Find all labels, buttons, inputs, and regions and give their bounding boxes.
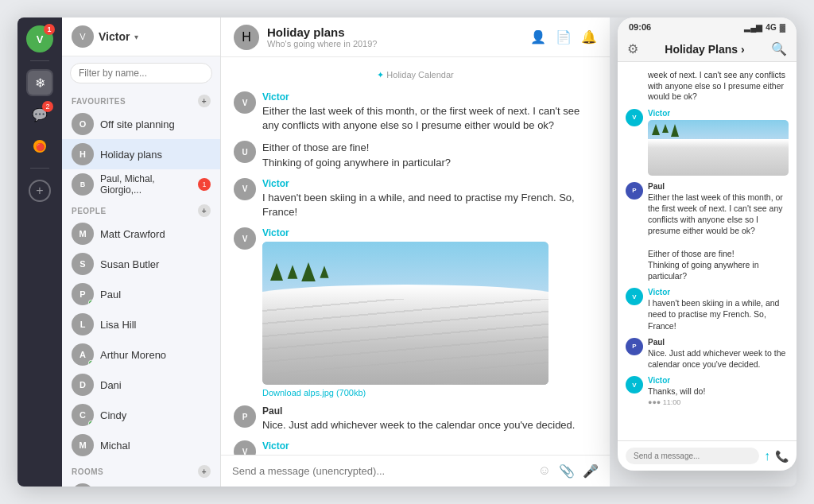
mobile-search-icon[interactable]: 🔍 (771, 41, 787, 56)
team-icon[interactable]: 🔴 (26, 133, 53, 160)
rooms-section-header: Rooms + (62, 460, 220, 479)
chat-item-paul[interactable]: P Paul (62, 279, 220, 309)
system-message: ✦ Holiday Calendar (234, 67, 597, 83)
chat-item-dani[interactable]: D Dani (62, 370, 220, 400)
chat-list-header: V Victor ▾ (62, 17, 220, 56)
mobile-message-content: Victor (648, 109, 789, 176)
mobile-mockup: 09:06 ▂▄▆ 4G ▓ ⚙ Holiday Plans › 🔍 week … (618, 17, 797, 471)
user-header-avatar: V (72, 25, 94, 48)
settings-icon[interactable]: ⚙ (627, 41, 638, 56)
chat-item-matt[interactable]: M Matt Crawford (62, 219, 220, 249)
message-content: Victor Thanks, will do! (262, 440, 597, 455)
chat-avatar: O (72, 113, 94, 135)
icon-rail: V 1 ❄ 💬 2 🔴 + (17, 17, 62, 487)
chevron-down-icon[interactable]: ▾ (134, 33, 138, 41)
mobile-header: ⚙ Holiday Plans › 🔍 (618, 37, 797, 62)
message-group: P Paul Nice. Just add whichever week to … (234, 405, 597, 432)
add-room-button[interactable]: + (198, 465, 211, 478)
mobile-text: Nice. Just add whichever week to the cal… (648, 347, 789, 370)
add-favourite-button[interactable]: + (198, 95, 211, 107)
user-avatar[interactable]: V 1 (26, 25, 53, 52)
partial-message: week of next. I can't see any conflicts … (626, 70, 789, 103)
chat-item-susan[interactable]: S Susan Butler (62, 249, 220, 279)
chat-item-lisa[interactable]: L Lisa Hill (62, 309, 220, 339)
mobile-message: P Paul Either the last week of this mont… (626, 182, 789, 281)
message-content: Victor Either the last week of this mont… (262, 91, 597, 133)
message-avatar: U (234, 141, 256, 163)
home-icon[interactable]: ❄ (26, 69, 53, 96)
file-icon[interactable]: 📄 (556, 29, 572, 45)
message-content: Paul Nice. Just add whichever week to th… (262, 405, 597, 432)
add-person-button[interactable]: + (198, 204, 211, 217)
attachment-icon[interactable]: 📎 (559, 463, 575, 479)
battery-icon: ▓ (780, 23, 785, 32)
mobile-message-content: Victor Thanks, will do! ●●● 11:00 (648, 376, 789, 406)
user-header-name: Victor (99, 30, 130, 43)
chat-item-cindy[interactable]: C Cindy (62, 400, 220, 430)
chat-name: Holiday plans (100, 149, 211, 161)
add-workspace-button[interactable]: + (29, 180, 51, 202)
chat-header-title: Holiday plans (267, 25, 377, 39)
emoji-icon[interactable]: ☺ (538, 463, 551, 479)
chat-name: Matt Crawford (100, 228, 211, 240)
mobile-avatar: P (626, 338, 643, 355)
mobile-sender: Paul (648, 338, 789, 347)
chat-item-dog-walkers[interactable]: D Dog walkers (62, 479, 220, 487)
search-input[interactable] (70, 63, 212, 83)
chat-name: Paul, Michal, Giorgio,... (100, 173, 192, 196)
mobile-message: V Victor (626, 109, 789, 176)
mobile-text: Either the last week of this month, or t… (648, 192, 789, 281)
mobile-sender: Victor (648, 109, 789, 118)
header-icons: 👤 📄 🔔 (530, 29, 597, 45)
chat-item-michal[interactable]: M Michal (62, 430, 220, 460)
person-icon[interactable]: 👤 (530, 29, 546, 45)
app-container: V 1 ❄ 💬 2 🔴 + V Victor ▾ F (17, 17, 797, 487)
message-text: Either of those are fine!Thinking of goi… (262, 141, 597, 169)
wifi-icon: ▂▄▆ (744, 23, 762, 32)
message-group: V Victor Thanks, will do! (234, 440, 597, 455)
chat-icon[interactable]: 💬 2 (26, 101, 53, 128)
chat-item-holiday[interactable]: H Holiday plans (62, 139, 220, 169)
mobile-ski-image[interactable] (648, 120, 789, 176)
message-avatar: P (234, 405, 256, 428)
chat-name: Paul (100, 289, 211, 300)
message-content: Victor Download alps.jpg (700 (262, 227, 597, 397)
mobile-text: Thanks, will do! (648, 386, 789, 397)
message-content: Victor I haven't been skiing in a while,… (262, 178, 597, 219)
chat-item-arthur[interactable]: A Arthur Moreno (62, 339, 220, 370)
mobile-status-right: ▂▄▆ 4G ▓ (744, 23, 785, 32)
chat-avatar: L (72, 313, 94, 335)
mic-icon[interactable]: 🎤 (583, 463, 599, 479)
message-sender: Victor (262, 178, 597, 189)
message-text: I haven't been skiing in a while, and ne… (262, 191, 597, 219)
chat-list: V Victor ▾ Favourites + O Off site plann… (62, 17, 221, 487)
message-input[interactable] (232, 465, 532, 477)
chat-item-group[interactable]: B Paul, Michal, Giorgio,... 1 (62, 169, 220, 200)
ski-image[interactable] (262, 242, 548, 385)
chat-name: Susan Butler (100, 258, 211, 270)
mobile-input-area: ↑ 📞 (618, 440, 797, 471)
message-group-image: V Victor D (234, 227, 597, 397)
message-avatar: V (234, 227, 256, 250)
mobile-avatar: V (626, 288, 643, 305)
mobile-message-input[interactable] (626, 448, 759, 464)
people-section-header: People + (62, 200, 220, 219)
message-sender: Paul (262, 405, 597, 417)
bell-icon[interactable]: 🔔 (581, 29, 597, 45)
chat-avatar: S (72, 253, 94, 275)
chat-input-area: ☺ 📎 🎤 (221, 455, 610, 487)
mobile-send-icon[interactable]: ↑ (764, 449, 770, 463)
mobile-sender: Victor (648, 376, 789, 385)
chat-name: Lisa Hill (100, 319, 211, 331)
image-download-link[interactable]: Download alps.jpg (700kb) (262, 388, 597, 397)
message-avatar: V (234, 91, 256, 114)
mobile-status-bar: 09:06 ▂▄▆ 4G ▓ (618, 17, 797, 37)
mobile-sender: Paul (648, 182, 789, 191)
mobile-call-icon[interactable]: 📞 (775, 450, 789, 463)
chat-messages: ✦ Holiday Calendar V Victor Either the l… (221, 57, 610, 455)
chat-item-off-site[interactable]: O Off site planning (62, 109, 220, 139)
mobile-sender: Victor (648, 288, 789, 297)
chat-avatar: M (72, 434, 94, 456)
message-text: Nice. Just add whichever week to the cal… (262, 418, 597, 432)
mobile-avatar: V (626, 109, 643, 126)
